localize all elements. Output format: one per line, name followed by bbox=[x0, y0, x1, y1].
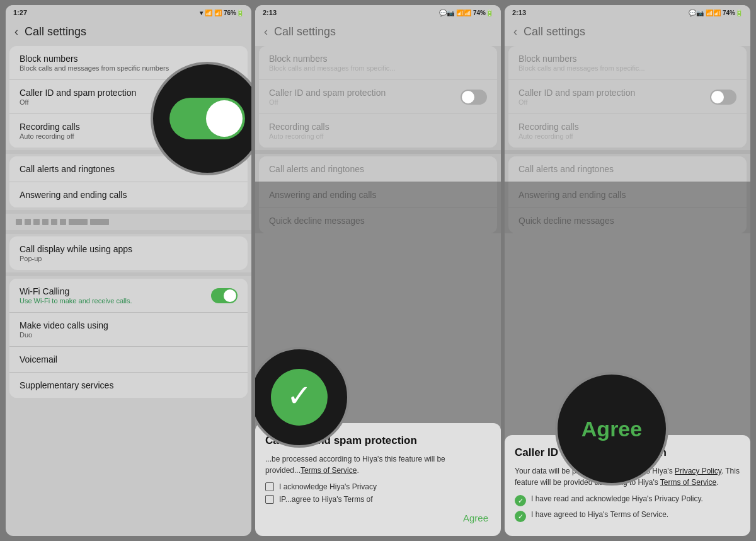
status-icons-3: 💬📷 📶📶 74%🔋 bbox=[689, 9, 743, 16]
time-2: 2:13 bbox=[263, 9, 277, 16]
status-bar-2: 2:13 💬📷 📶📶 74%🔋 bbox=[255, 5, 501, 20]
caller-id-2[interactable]: Caller ID and spam protection Off bbox=[259, 80, 497, 114]
wifi-calling-toggle[interactable] bbox=[211, 288, 238, 303]
agree-zoom-text[interactable]: Agree bbox=[581, 417, 642, 441]
voicemail-item[interactable]: Voicemail bbox=[9, 347, 248, 373]
block-numbers-2[interactable]: Block numbers Block calls and messages f… bbox=[259, 46, 497, 80]
call-alerts-2[interactable]: Call alerts and ringtones bbox=[259, 156, 497, 182]
header-bar-2: ‹ Call settings bbox=[255, 20, 501, 44]
dialog-checkbox-1-2: I acknowledge Hiya's Privacy bbox=[265, 482, 491, 491]
checkmark-icon: ✓ bbox=[287, 381, 312, 411]
back-arrow-3[interactable]: ‹ bbox=[513, 25, 517, 38]
divider-3 bbox=[6, 230, 251, 234]
phone-screen-2: 2:13 💬📷 📶📶 74%🔋 ‹ Call settings Block nu… bbox=[255, 5, 501, 536]
back-arrow-2[interactable]: ‹ bbox=[264, 25, 268, 38]
header-title-2: Call settings bbox=[274, 25, 336, 38]
phone-screen-3: 2:13 💬📷 📶📶 74%🔋 ‹ Call settings Block nu… bbox=[505, 5, 750, 536]
dialog-body-2: ...be processed according to Hiya's this… bbox=[265, 453, 491, 476]
divider-4 bbox=[6, 272, 251, 276]
caller-id-toggle-3[interactable] bbox=[710, 90, 736, 105]
video-calls-item[interactable]: Make video calls using Duo bbox=[9, 313, 248, 347]
screenshots-container: 1:27 ▾ 📶 📶 76%🔋 ‹ Call settings Block nu… bbox=[0, 0, 756, 541]
header-title-3: Call settings bbox=[524, 25, 585, 38]
agree-btn-2[interactable]: Agree bbox=[265, 508, 491, 526]
wifi-calling-item[interactable]: Wi-Fi Calling Use Wi-Fi to make and rece… bbox=[9, 279, 248, 313]
section-card-3-1: Block numbers Block calls and messages f… bbox=[508, 46, 747, 148]
checkbox-checked-1: ✓ bbox=[515, 495, 526, 506]
header-bar-1: ‹ Call settings bbox=[6, 20, 251, 44]
big-toggle bbox=[169, 98, 245, 139]
section-card-2-1: Block numbers Block calls and messages f… bbox=[259, 46, 497, 148]
supplementary-item[interactable]: Supplementary services bbox=[9, 373, 248, 398]
time-3: 2:13 bbox=[512, 9, 526, 16]
time-1: 1:27 bbox=[13, 9, 27, 16]
zoom-agree-circle: Agree bbox=[555, 372, 668, 486]
answering-item[interactable]: Answering and ending calls bbox=[9, 182, 248, 207]
checkbox-checked-2: ✓ bbox=[515, 511, 526, 522]
header-bar-3: ‹ Call settings bbox=[505, 20, 750, 44]
status-icons-1: ▾ 📶 📶 76%🔋 bbox=[200, 9, 244, 16]
header-title-1: Call settings bbox=[25, 25, 86, 38]
recording-2[interactable]: Recording calls Auto recording off bbox=[259, 114, 497, 148]
phone-screen-1: 1:27 ▾ 📶 📶 76%🔋 ‹ Call settings Block nu… bbox=[6, 5, 251, 536]
back-arrow-1[interactable]: ‹ bbox=[14, 25, 18, 38]
status-bar-1: 1:27 ▾ 📶 📶 76%🔋 bbox=[6, 5, 251, 20]
status-icons-2: 💬📷 📶📶 74%🔋 bbox=[439, 9, 493, 16]
section-card-1-4: Wi-Fi Calling Use Wi-Fi to make and rece… bbox=[9, 279, 248, 398]
dialog-checkbox-1-3: ✓ I have read and acknowledge Hiya's Pri… bbox=[515, 494, 740, 506]
status-bar-3: 2:13 💬📷 📶📶 74%🔋 bbox=[505, 5, 750, 20]
dialog-checkbox-2-2: IP...agree to Hiya's Terms of bbox=[265, 495, 491, 504]
dialog-checkbox-2-3: ✓ I have agreed to Hiya's Terms of Servi… bbox=[515, 510, 740, 522]
recording-3[interactable]: Recording calls Auto recording off bbox=[508, 114, 747, 148]
section-card-1-3: Call display while using apps Pop-up bbox=[9, 236, 248, 270]
call-alerts-3[interactable]: Call alerts and ringtones bbox=[508, 156, 747, 182]
block-numbers-3[interactable]: Block numbers Block calls and messages f… bbox=[508, 46, 747, 80]
call-display-item[interactable]: Call display while using apps Pop-up bbox=[9, 236, 248, 270]
check-circle: ✓ bbox=[271, 369, 328, 426]
big-toggle-knob bbox=[206, 100, 243, 137]
caller-id-toggle-2[interactable] bbox=[461, 90, 487, 105]
dotted-row bbox=[6, 214, 251, 230]
caller-id-3[interactable]: Caller ID and spam protection Off bbox=[508, 80, 747, 114]
